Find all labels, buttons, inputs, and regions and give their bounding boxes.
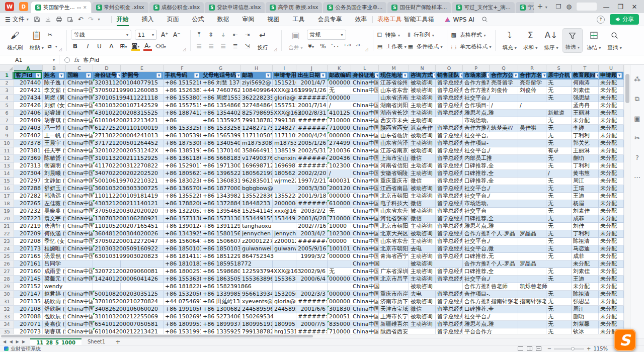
tab-table-tools[interactable]: 表格工具: [377, 13, 403, 26]
cell[interactable]: +86 15731301: [164, 215, 201, 222]
header-cell[interactable]: 教育顾问▼: [572, 72, 599, 79]
cell[interactable]: [490, 215, 518, 222]
cell[interactable]: 无: [546, 162, 572, 169]
name-box[interactable]: A1▾: [0, 55, 59, 64]
horizontal-scrollbar[interactable]: [0, 334, 624, 338]
cell[interactable]: +86 18141137: [164, 253, 201, 260]
cell[interactable]: 301830: [328, 306, 351, 313]
help-icon[interactable]: ?: [635, 154, 639, 161]
row-header[interactable]: 13: [0, 162, 14, 169]
cell[interactable]: 周江: [572, 178, 599, 185]
cell[interactable]: 207403: [14, 125, 43, 132]
cell[interactable]: 无: [546, 155, 572, 162]
cell[interactable]: 2001/9/18: [296, 193, 328, 200]
cell[interactable]: 无: [546, 132, 572, 139]
cell[interactable]: [518, 95, 546, 102]
cell[interactable]: +86 1335925706: [201, 117, 240, 124]
cell[interactable]: [518, 238, 546, 245]
file-menu-button[interactable]: ☰文件▾: [5, 15, 29, 24]
row-header[interactable]: 15: [0, 178, 14, 185]
sheet-tab-11_28_5_1000[interactable]: 11_28_5_1000: [30, 338, 82, 345]
cell[interactable]: +86 1863505000: [201, 276, 240, 283]
cell[interactable]: 371721200501264452: [93, 140, 121, 147]
cell[interactable]: 主动咨询: [409, 223, 436, 230]
cell[interactable]: /: [490, 102, 518, 109]
cell[interactable]: China中国: [66, 306, 93, 313]
cell[interactable]: guiwanwei: [273, 245, 296, 252]
filter-dropdown-icon[interactable]: ▼: [403, 73, 408, 78]
cell[interactable]: +86 18056219: [164, 170, 201, 177]
file-tab[interactable]: S贷款申请信息.xlsx: [205, 2, 265, 13]
cell[interactable]: [546, 283, 572, 290]
zoom-level[interactable]: 115%: [593, 346, 608, 351]
cell[interactable]: [273, 260, 296, 268]
cell[interactable]: 平台合作方: [463, 328, 490, 334]
cell[interactable]: 2005/9/16: [296, 245, 328, 252]
cell[interactable]: 社交平台,/: [463, 185, 490, 192]
cell[interactable]: 未分配: [599, 200, 624, 207]
cell[interactable]: +86 1360831276: [201, 178, 240, 185]
cell[interactable]: [273, 223, 296, 230]
cell[interactable]: [436, 117, 463, 124]
cell[interactable]: 1997/2/21: [296, 178, 328, 185]
row-header[interactable]: 9: [0, 132, 14, 139]
row-header[interactable]: 34: [0, 321, 14, 328]
cell[interactable]: 北京市朝阳: [379, 193, 409, 200]
cell[interactable]: China中国: [66, 147, 93, 154]
filter-dropdown-icon[interactable]: ▼: [375, 73, 379, 78]
file-tab[interactable]: S成都公积金.xlsx: [149, 2, 204, 13]
cell[interactable]: China中国: [351, 87, 379, 94]
cell[interactable]: 舒欣娴 (女: [43, 306, 66, 313]
cell[interactable]: 留学总经办: [436, 328, 463, 334]
cell[interactable]: 社交平台,/: [463, 193, 490, 200]
cell[interactable]: 200120: [328, 185, 351, 192]
cell[interactable]: wendy: [43, 283, 66, 290]
cell[interactable]: #########: [296, 125, 328, 132]
cell[interactable]: [518, 117, 546, 124]
cell[interactable]: 刘佳: [572, 223, 599, 230]
cell[interactable]: [66, 283, 93, 290]
increase-font-icon[interactable]: A⁺: [160, 31, 169, 38]
cell[interactable]: 未分配: [599, 110, 624, 117]
cell[interactable]: 未分配: [599, 313, 624, 320]
cell[interactable]: 微信: [409, 155, 436, 162]
minimize-button[interactable]: —: [602, 3, 611, 11]
justify-icon[interactable]: ≣: [231, 43, 239, 50]
cell[interactable]: 丁利利: [572, 230, 599, 237]
cell[interactable]: 去电: [409, 245, 436, 252]
cell[interactable]: 衡琬明 (女: [43, 162, 66, 169]
cell[interactable]: 2003/2/2: [296, 208, 328, 215]
cell[interactable]: 留学总经办: [436, 223, 463, 230]
cell[interactable]: China中国: [66, 215, 93, 222]
cell[interactable]: 山东省菏泽: [379, 140, 409, 147]
cell[interactable]: [518, 306, 546, 313]
theme-skin-icon[interactable]: ◍: [567, 4, 572, 10]
cell[interactable]: v17490376: [240, 155, 273, 162]
cell[interactable]: chenxinyur: [273, 155, 296, 162]
align-right-icon[interactable]: ☰: [219, 43, 227, 50]
cell[interactable]: 207288: [14, 185, 43, 192]
cell[interactable]: 未分配: [572, 283, 599, 290]
cell[interactable]: 凯烁曾老师: [518, 283, 546, 290]
cell[interactable]: 430103200107142529: [93, 102, 121, 109]
cell[interactable]: 丁利利: [572, 132, 599, 139]
cell[interactable]: 陈子逸 (男: [43, 79, 66, 86]
filter-dropdown-icon[interactable]: ▼: [617, 73, 622, 78]
cell[interactable]: 138519326: [273, 147, 296, 154]
cell[interactable]: 135522836: [273, 193, 296, 200]
cell[interactable]: 留学总经办: [436, 306, 463, 313]
cell[interactable]: China中国: [351, 140, 379, 147]
cell[interactable]: +86 15538019: [164, 95, 201, 102]
cell[interactable]: 无: [546, 185, 572, 192]
cell[interactable]: China中国: [66, 79, 93, 86]
cell[interactable]: 雅思考点,雅: [463, 223, 490, 230]
cell[interactable]: China中国: [66, 117, 93, 124]
cell[interactable]: 主动咨询: [409, 170, 436, 177]
cell[interactable]: 142401200006041426: [93, 276, 121, 283]
row-header[interactable]: 6: [0, 110, 14, 117]
cell[interactable]: 无: [546, 306, 572, 313]
cell[interactable]: [518, 147, 546, 154]
tab-数据[interactable]: 数据: [216, 13, 230, 26]
cell[interactable]: 口碑推荐,全: [463, 215, 490, 222]
quickbar-caret-icon[interactable]: ▾: [98, 17, 100, 22]
